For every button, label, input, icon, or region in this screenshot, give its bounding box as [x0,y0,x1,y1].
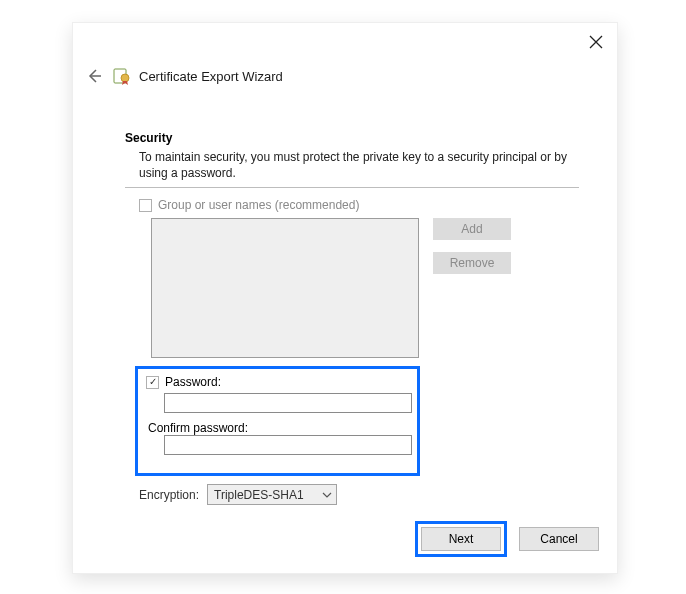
encryption-select[interactable]: TripleDES-SHA1 [207,484,337,505]
back-arrow-icon[interactable] [85,67,103,85]
encryption-label: Encryption: [139,488,199,502]
password-input[interactable] [164,393,412,413]
password-label: Password: [165,375,221,389]
confirm-password-label: Confirm password: [148,421,409,435]
confirm-password-input[interactable] [164,435,412,455]
divider [125,187,579,188]
close-icon[interactable] [589,35,603,49]
password-highlight: Password: Confirm password: [135,366,420,476]
section-heading: Security [125,131,579,145]
password-checkbox[interactable] [146,376,159,389]
next-highlight: Next [415,521,507,557]
remove-button: Remove [433,252,511,274]
chevron-down-icon [322,490,332,500]
certificate-icon [113,67,131,85]
section-description: To maintain security, you must protect t… [125,149,579,181]
encryption-value: TripleDES-SHA1 [214,488,304,502]
cancel-button[interactable]: Cancel [519,527,599,551]
group-checkbox-label: Group or user names (recommended) [158,198,359,212]
group-user-list [151,218,419,358]
group-checkbox[interactable] [139,199,152,212]
wizard-title: Certificate Export Wizard [139,69,283,84]
add-button: Add [433,218,511,240]
next-button[interactable]: Next [421,527,501,551]
svg-point-1 [121,74,129,82]
wizard-dialog: Certificate Export Wizard Security To ma… [72,22,618,574]
